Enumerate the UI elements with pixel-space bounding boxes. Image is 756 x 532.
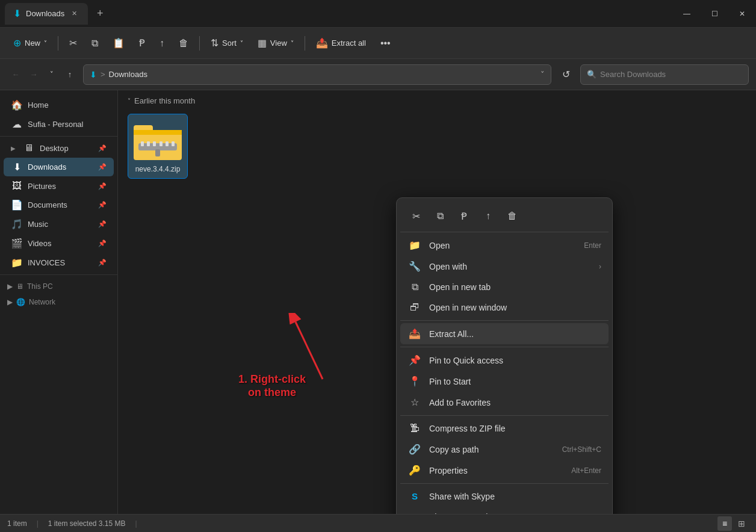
sidebar-item-desktop[interactable]: ▶ 🖥 Desktop 📌 (4, 139, 114, 157)
ctx-open-shortcut: Enter (584, 241, 601, 250)
nav-bar: ← → ˅ ↑ ⬇ > Downloads ˅ ↺ 🔍 Search Downl… (0, 59, 756, 90)
more-button[interactable]: ••• (374, 34, 397, 52)
ctx-more-shortcut: Shift+F10 (570, 513, 601, 515)
downloads-pin-icon: 📌 (98, 163, 107, 171)
tab-close-button[interactable]: ✕ (69, 8, 79, 19)
content-area: ˅ Earlier this month (118, 90, 756, 514)
ctx-new-tab-item[interactable]: ⧉ Open in new tab (400, 277, 609, 297)
section-header[interactable]: ˅ Earlier this month (118, 90, 756, 109)
close-button[interactable]: ✕ (728, 0, 756, 28)
ctx-pin-start-item[interactable]: 📍 Pin to Start (400, 371, 609, 392)
ctx-skype-icon: S (407, 491, 422, 501)
share-button[interactable]: ↑ (153, 34, 170, 52)
sidebar-item-videos[interactable]: 🎬 Videos 📌 (4, 234, 114, 253)
view-label: View (270, 39, 287, 48)
sidebar-label-desktop: Desktop (40, 144, 93, 153)
search-bar[interactable]: 🔍 Search Downloads (580, 64, 749, 85)
copy-button[interactable]: ⧉ (85, 34, 104, 52)
up-button[interactable]: ↑ (61, 66, 78, 83)
ctx-delete-button[interactable]: 🗑 (501, 205, 523, 227)
ctx-favorites-item[interactable]: ☆ Add to Favorites (400, 392, 609, 413)
main-layout: 🏠 Home ☁ Sufia - Personal ▶ 🖥 Desktop 📌 … (0, 90, 756, 514)
sidebar-item-downloads[interactable]: ⬇ Downloads 📌 (4, 158, 114, 176)
ctx-properties-item[interactable]: 🔑 Properties Alt+Enter (400, 460, 609, 481)
sidebar-label-documents: Documents (28, 200, 93, 209)
ctx-extract-item[interactable]: 📤 Extract All... (400, 323, 609, 344)
sidebar-item-music[interactable]: 🎵 Music 📌 (4, 215, 114, 234)
extract-all-button[interactable]: 📤 Extract all (310, 34, 372, 52)
toolbar-separator-1 (58, 36, 58, 51)
address-dropdown-icon[interactable]: ˅ (541, 70, 545, 79)
new-dropdown-icon: ˅ (44, 40, 47, 46)
ctx-skype-label: Share with Skype (429, 492, 601, 501)
ctx-properties-label: Properties (429, 466, 564, 475)
ctx-compress-item[interactable]: 🗜 Compress to ZIP file (400, 418, 609, 439)
forward-button[interactable]: → (25, 66, 42, 83)
rename-icon: Ᵽ (139, 37, 145, 49)
file-name: neve.3.4.4.zip (135, 165, 181, 173)
file-item-zip[interactable]: neve.3.4.4.zip (128, 114, 188, 179)
ctx-new-window-item[interactable]: 🗗 Open in new window (400, 297, 609, 318)
dropdown-nav-button[interactable]: ˅ (43, 66, 60, 83)
delete-icon: 🗑 (179, 38, 188, 49)
sidebar-item-invoices[interactable]: 📁 INVOICES 📌 (4, 253, 114, 272)
view-button[interactable]: ▦ View ˅ (252, 34, 300, 52)
tab-download-icon: ⬇ (13, 8, 21, 19)
context-toolbar: ✂ ⧉ Ᵽ ↑ 🗑 (400, 202, 609, 232)
ctx-copy-button[interactable]: ⧉ (429, 205, 451, 227)
ctx-pin-quick-item[interactable]: 📌 Pin to Quick access (400, 350, 609, 371)
window-controls: — ☐ ✕ (673, 0, 756, 27)
sidebar-group-network[interactable]: ▶ 🌐 Network (0, 293, 117, 309)
rename-button[interactable]: Ᵽ (133, 34, 151, 52)
ctx-cut-button[interactable]: ✂ (405, 205, 427, 227)
active-tab[interactable]: ⬇ Downloads ✕ (5, 3, 88, 25)
section-label: Earlier this month (134, 96, 195, 105)
ctx-open-item[interactable]: 📁 Open Enter (400, 235, 609, 256)
home-icon: 🏠 (11, 99, 23, 111)
address-bar[interactable]: ⬇ > Downloads ˅ (83, 64, 551, 85)
ctx-copypath-label: Copy as path (429, 445, 555, 454)
sidebar-label-network: Network (29, 298, 55, 306)
svg-rect-5 (147, 141, 150, 146)
ctx-rename-button[interactable]: Ᵽ (453, 205, 475, 227)
ctx-more-icon: ⤢ (407, 511, 422, 514)
address-text: Downloads (109, 70, 147, 79)
back-button[interactable]: ← (7, 66, 24, 83)
annotation-arrow-1 (287, 313, 347, 385)
ctx-favorites-icon: ☆ (407, 397, 422, 408)
ctx-open-with-item[interactable]: 🔧 Open with › (400, 256, 609, 277)
ctx-share-button[interactable]: ↑ (477, 205, 499, 227)
documents-pin-icon: 📌 (98, 201, 107, 209)
address-separator: > (101, 70, 105, 79)
maximize-button[interactable]: ☐ (701, 0, 728, 28)
network-icon: 🌐 (16, 298, 25, 306)
ctx-pinstart-icon: 📍 (407, 376, 422, 387)
paste-button[interactable]: 📋 (107, 34, 131, 52)
minimize-button[interactable]: — (673, 0, 701, 28)
delete-button[interactable]: 🗑 (173, 34, 194, 52)
sidebar-item-pictures[interactable]: 🖼 Pictures 📌 (4, 177, 114, 195)
sidebar-group-thispc[interactable]: ▶ 🖥 This PC (0, 277, 117, 293)
new-tab-button[interactable]: + (91, 5, 108, 22)
view-tiles-button[interactable]: ⊞ (734, 516, 749, 531)
sort-button[interactable]: ⇅ Sort ˅ (205, 34, 249, 52)
sidebar-item-home[interactable]: 🏠 Home (4, 96, 114, 114)
ctx-copy-path-item[interactable]: 🔗 Copy as path Ctrl+Shift+C (400, 439, 609, 460)
sidebar-label-invoices: INVOICES (28, 258, 93, 267)
view-buttons: ≡ ⊞ (717, 516, 749, 531)
svg-rect-8 (166, 141, 169, 146)
pictures-icon: 🖼 (11, 181, 23, 191)
ctx-copypath-shortcut: Ctrl+Shift+C (562, 445, 601, 454)
view-details-button[interactable]: ≡ (717, 516, 732, 531)
sort-icon: ⇅ (211, 37, 218, 49)
toolbar: ⊕ New ˅ ✂ ⧉ 📋 Ᵽ ↑ 🗑 ⇅ Sort ˅ ▦ View ˅ 📤 … (0, 28, 756, 59)
sufia-icon: ☁ (11, 119, 23, 130)
ctx-more-options-item[interactable]: ⤢ Show more options Shift+F10 (400, 506, 609, 514)
cut-button[interactable]: ✂ (63, 34, 83, 52)
refresh-button[interactable]: ↺ (556, 65, 575, 84)
new-button[interactable]: ⊕ New ˅ (7, 34, 53, 52)
sidebar-item-sufia[interactable]: ☁ Sufia - Personal (4, 115, 114, 134)
ctx-skype-item[interactable]: S Share with Skype (400, 486, 609, 506)
extract-label: Extract all (332, 39, 366, 48)
sidebar-item-documents[interactable]: 📄 Documents 📌 (4, 196, 114, 214)
